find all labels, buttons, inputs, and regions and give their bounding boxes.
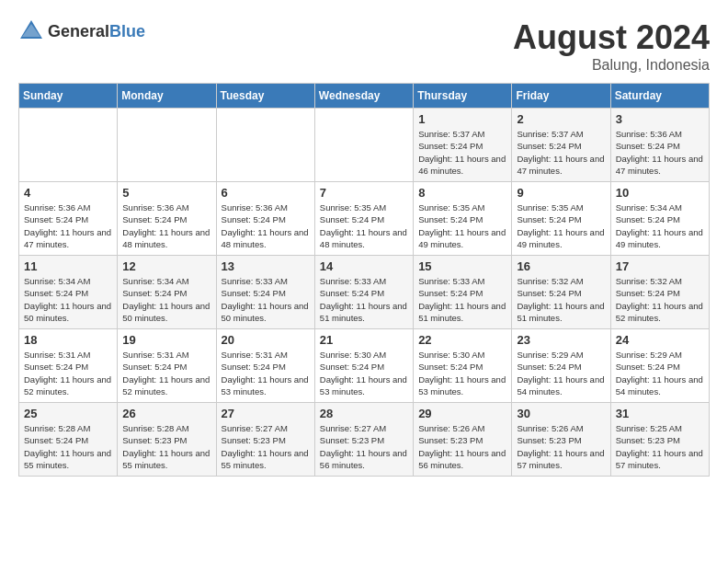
day-info: Sunrise: 5:34 AM Sunset: 5:24 PM Dayligh… xyxy=(616,201,704,250)
week-row-3: 11Sunrise: 5:34 AM Sunset: 5:24 PM Dayli… xyxy=(19,256,710,329)
day-info: Sunrise: 5:28 AM Sunset: 5:24 PM Dayligh… xyxy=(24,422,112,471)
day-info: Sunrise: 5:37 AM Sunset: 5:24 PM Dayligh… xyxy=(418,128,506,177)
day-number: 10 xyxy=(616,186,704,200)
day-info: Sunrise: 5:29 AM Sunset: 5:24 PM Dayligh… xyxy=(517,349,605,397)
day-number: 19 xyxy=(122,333,210,347)
week-row-2: 4Sunrise: 5:36 AM Sunset: 5:24 PM Daylig… xyxy=(19,182,710,256)
weekday-header-row: SundayMondayTuesdayWednesdayThursdayFrid… xyxy=(19,84,710,109)
day-info: Sunrise: 5:37 AM Sunset: 5:24 PM Dayligh… xyxy=(517,128,605,177)
day-info: Sunrise: 5:28 AM Sunset: 5:23 PM Dayligh… xyxy=(122,422,210,471)
day-number: 9 xyxy=(517,186,605,200)
calendar-cell: 24Sunrise: 5:29 AM Sunset: 5:24 PM Dayli… xyxy=(610,329,709,403)
day-number: 13 xyxy=(222,259,310,273)
calendar-cell: 11Sunrise: 5:34 AM Sunset: 5:24 PM Dayli… xyxy=(19,256,118,329)
day-number: 17 xyxy=(616,259,704,273)
day-info: Sunrise: 5:25 AM Sunset: 5:23 PM Dayligh… xyxy=(616,422,704,471)
day-info: Sunrise: 5:26 AM Sunset: 5:23 PM Dayligh… xyxy=(418,422,506,471)
day-info: Sunrise: 5:31 AM Sunset: 5:24 PM Dayligh… xyxy=(122,349,210,397)
calendar-cell: 10Sunrise: 5:34 AM Sunset: 5:24 PM Dayli… xyxy=(610,182,709,256)
calendar-cell: 4Sunrise: 5:36 AM Sunset: 5:24 PM Daylig… xyxy=(19,182,118,256)
day-number: 20 xyxy=(222,333,310,347)
logo-icon xyxy=(18,18,44,44)
day-number: 22 xyxy=(418,333,506,347)
calendar-cell: 8Sunrise: 5:35 AM Sunset: 5:24 PM Daylig… xyxy=(414,182,512,256)
calendar-cell: 1Sunrise: 5:37 AM Sunset: 5:24 PM Daylig… xyxy=(414,109,512,182)
day-number: 21 xyxy=(320,333,408,347)
calendar-cell xyxy=(216,109,314,182)
day-number: 27 xyxy=(222,407,310,420)
day-number: 31 xyxy=(616,407,704,420)
logo-blue: Blue xyxy=(109,22,145,40)
calendar-cell: 15Sunrise: 5:33 AM Sunset: 5:24 PM Dayli… xyxy=(414,256,512,329)
day-number: 7 xyxy=(320,186,408,200)
day-number: 5 xyxy=(122,186,210,200)
day-info: Sunrise: 5:35 AM Sunset: 5:24 PM Dayligh… xyxy=(320,201,408,250)
day-number: 25 xyxy=(24,407,112,420)
week-row-5: 25Sunrise: 5:28 AM Sunset: 5:24 PM Dayli… xyxy=(19,403,710,477)
calendar-cell: 26Sunrise: 5:28 AM Sunset: 5:23 PM Dayli… xyxy=(118,403,216,477)
day-info: Sunrise: 5:36 AM Sunset: 5:24 PM Dayligh… xyxy=(122,201,210,250)
day-info: Sunrise: 5:26 AM Sunset: 5:23 PM Dayligh… xyxy=(517,422,605,471)
day-info: Sunrise: 5:36 AM Sunset: 5:24 PM Dayligh… xyxy=(222,201,310,250)
day-number: 26 xyxy=(122,407,210,420)
day-info: Sunrise: 5:34 AM Sunset: 5:24 PM Dayligh… xyxy=(122,275,210,324)
calendar-cell: 6Sunrise: 5:36 AM Sunset: 5:24 PM Daylig… xyxy=(216,182,314,256)
week-row-1: 1Sunrise: 5:37 AM Sunset: 5:24 PM Daylig… xyxy=(19,109,710,182)
calendar-cell: 31Sunrise: 5:25 AM Sunset: 5:23 PM Dayli… xyxy=(610,403,709,477)
day-number: 15 xyxy=(418,259,506,273)
calendar-cell: 20Sunrise: 5:31 AM Sunset: 5:24 PM Dayli… xyxy=(216,329,314,403)
day-info: Sunrise: 5:30 AM Sunset: 5:24 PM Dayligh… xyxy=(418,349,506,397)
day-number: 18 xyxy=(24,333,112,347)
day-number: 11 xyxy=(24,259,112,273)
calendar-cell: 16Sunrise: 5:32 AM Sunset: 5:24 PM Dayli… xyxy=(512,256,610,329)
day-info: Sunrise: 5:33 AM Sunset: 5:24 PM Dayligh… xyxy=(418,275,506,324)
day-info: Sunrise: 5:35 AM Sunset: 5:24 PM Dayligh… xyxy=(418,201,506,250)
calendar-cell: 19Sunrise: 5:31 AM Sunset: 5:24 PM Dayli… xyxy=(118,329,216,403)
logo: GeneralBlue xyxy=(18,18,145,44)
calendar-cell: 27Sunrise: 5:27 AM Sunset: 5:23 PM Dayli… xyxy=(216,403,314,477)
svg-marker-1 xyxy=(22,24,40,37)
calendar-cell: 25Sunrise: 5:28 AM Sunset: 5:24 PM Dayli… xyxy=(19,403,118,477)
calendar-cell: 18Sunrise: 5:31 AM Sunset: 5:24 PM Dayli… xyxy=(19,329,118,403)
calendar-cell: 12Sunrise: 5:34 AM Sunset: 5:24 PM Dayli… xyxy=(118,256,216,329)
calendar-cell: 13Sunrise: 5:33 AM Sunset: 5:24 PM Dayli… xyxy=(216,256,314,329)
calendar-cell xyxy=(19,109,118,182)
day-info: Sunrise: 5:32 AM Sunset: 5:24 PM Dayligh… xyxy=(616,275,704,324)
day-number: 24 xyxy=(616,333,704,347)
day-info: Sunrise: 5:31 AM Sunset: 5:24 PM Dayligh… xyxy=(24,349,112,397)
month-year: August 2024 xyxy=(513,18,710,57)
day-number: 30 xyxy=(517,407,605,420)
title-block: August 2024 Balung, Indonesia xyxy=(513,18,710,74)
day-number: 28 xyxy=(320,407,408,420)
day-info: Sunrise: 5:33 AM Sunset: 5:24 PM Dayligh… xyxy=(320,275,408,324)
location: Balung, Indonesia xyxy=(513,57,710,74)
page-header: GeneralBlue August 2024 Balung, Indonesi… xyxy=(18,18,710,74)
day-info: Sunrise: 5:34 AM Sunset: 5:24 PM Dayligh… xyxy=(24,275,112,324)
day-info: Sunrise: 5:31 AM Sunset: 5:24 PM Dayligh… xyxy=(222,349,310,397)
day-info: Sunrise: 5:30 AM Sunset: 5:24 PM Dayligh… xyxy=(320,349,408,397)
day-number: 3 xyxy=(616,112,704,126)
calendar-cell: 7Sunrise: 5:35 AM Sunset: 5:24 PM Daylig… xyxy=(314,182,413,256)
calendar-cell: 29Sunrise: 5:26 AM Sunset: 5:23 PM Dayli… xyxy=(414,403,512,477)
calendar-cell: 22Sunrise: 5:30 AM Sunset: 5:24 PM Dayli… xyxy=(414,329,512,403)
weekday-header-saturday: Saturday xyxy=(610,84,709,109)
calendar-cell: 28Sunrise: 5:27 AM Sunset: 5:23 PM Dayli… xyxy=(314,403,413,477)
calendar-cell: 5Sunrise: 5:36 AM Sunset: 5:24 PM Daylig… xyxy=(118,182,216,256)
day-number: 8 xyxy=(418,186,506,200)
day-info: Sunrise: 5:36 AM Sunset: 5:24 PM Dayligh… xyxy=(616,128,704,177)
calendar-cell xyxy=(118,109,216,182)
day-info: Sunrise: 5:36 AM Sunset: 5:24 PM Dayligh… xyxy=(24,201,112,250)
calendar-cell: 2Sunrise: 5:37 AM Sunset: 5:24 PM Daylig… xyxy=(512,109,610,182)
calendar-cell: 3Sunrise: 5:36 AM Sunset: 5:24 PM Daylig… xyxy=(610,109,709,182)
day-number: 4 xyxy=(24,186,112,200)
day-number: 16 xyxy=(517,259,605,273)
day-info: Sunrise: 5:35 AM Sunset: 5:24 PM Dayligh… xyxy=(517,201,605,250)
day-info: Sunrise: 5:27 AM Sunset: 5:23 PM Dayligh… xyxy=(320,422,408,471)
day-number: 2 xyxy=(517,112,605,126)
day-number: 6 xyxy=(222,186,310,200)
day-number: 1 xyxy=(418,112,506,126)
day-number: 12 xyxy=(122,259,210,273)
weekday-header-wednesday: Wednesday xyxy=(314,84,413,109)
calendar-cell: 30Sunrise: 5:26 AM Sunset: 5:23 PM Dayli… xyxy=(512,403,610,477)
weekday-header-thursday: Thursday xyxy=(414,84,512,109)
